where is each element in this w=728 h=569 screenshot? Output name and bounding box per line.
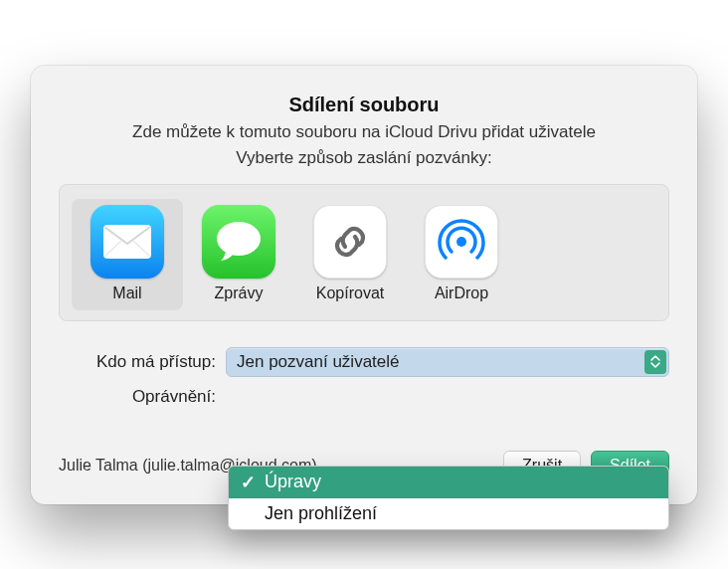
link-icon bbox=[313, 205, 387, 279]
permission-option-view-only[interactable]: Jen prohlížení bbox=[229, 498, 668, 529]
invite-methods: Mail Zprávy Kopírovat bbox=[59, 184, 669, 321]
permission-option-label: Jen prohlížení bbox=[265, 503, 377, 524]
sheet-title: Sdílení souboru bbox=[59, 94, 669, 116]
access-popup[interactable]: Jen pozvaní uživatelé bbox=[226, 347, 669, 377]
permission-dropdown: ✓ Úpravy Jen prohlížení bbox=[228, 466, 669, 530]
invite-method-label: AirDrop bbox=[435, 284, 488, 302]
access-label: Kdo má přístup: bbox=[59, 352, 216, 372]
chevron-up-down-icon bbox=[644, 350, 666, 374]
access-value: Jen pozvaní uživatelé bbox=[237, 352, 400, 372]
messages-icon bbox=[202, 205, 275, 279]
invite-method-label: Mail bbox=[112, 284, 141, 302]
invite-method-prompt: Vyberte způsob zaslání pozvánky: bbox=[59, 148, 669, 168]
invite-method-airdrop[interactable]: AirDrop bbox=[406, 199, 517, 310]
airdrop-icon bbox=[425, 205, 498, 279]
permission-label: Oprávnění: bbox=[59, 387, 216, 407]
permission-option-edit[interactable]: ✓ Úpravy bbox=[229, 467, 668, 498]
invite-method-label: Kopírovat bbox=[316, 284, 384, 302]
sheet-subtitle: Zde můžete k tomuto souboru na iCloud Dr… bbox=[59, 122, 669, 142]
checkmark-icon: ✓ bbox=[239, 472, 257, 493]
svg-point-2 bbox=[456, 237, 466, 247]
svg-rect-0 bbox=[103, 225, 151, 259]
invite-method-messages[interactable]: Zprávy bbox=[183, 199, 294, 310]
invite-method-mail[interactable]: Mail bbox=[72, 199, 183, 310]
invite-method-copy-link[interactable]: Kopírovat bbox=[294, 199, 406, 310]
permission-row: Oprávnění: bbox=[59, 387, 669, 407]
permission-option-label: Úpravy bbox=[265, 472, 321, 492]
svg-point-1 bbox=[217, 222, 261, 256]
access-row: Kdo má přístup: Jen pozvaní uživatelé bbox=[59, 347, 669, 377]
share-file-sheet: Sdílení souboru Zde můžete k tomuto soub… bbox=[31, 66, 697, 504]
invite-method-label: Zprávy bbox=[215, 284, 264, 302]
mail-icon bbox=[91, 205, 164, 279]
